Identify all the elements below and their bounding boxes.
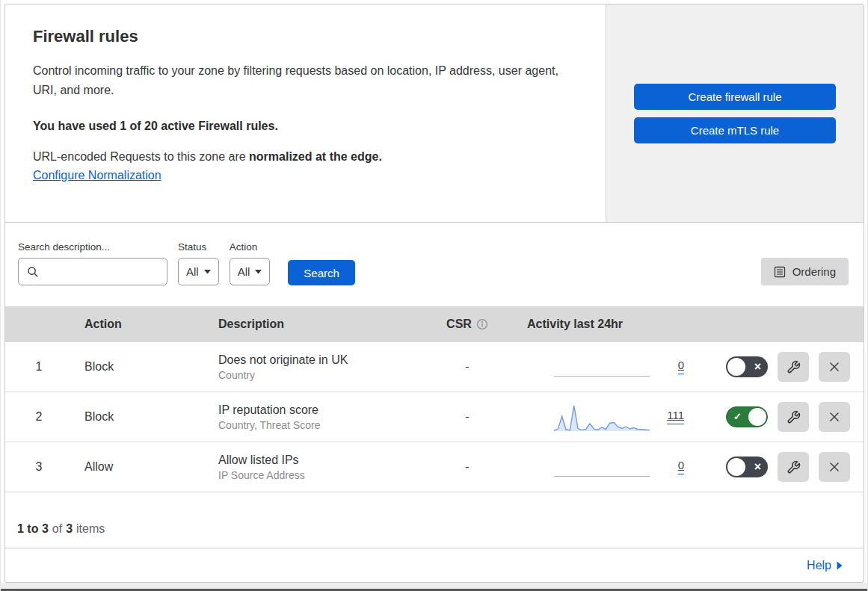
ordering-button-label: Ordering [792, 265, 836, 278]
rule-controls: × [707, 452, 864, 482]
search-group: Search description... [18, 241, 167, 285]
cta-panel: Create firewall rule Create mTLS rule [606, 4, 864, 222]
intro-block: Firewall rules Control incoming traffic … [5, 4, 606, 222]
page-description: Control incoming traffic to your zone by… [33, 61, 564, 100]
chevron-down-icon [204, 270, 211, 274]
edit-rule-button[interactable] [778, 352, 809, 382]
rule-criteria: Country, Threat Score [218, 419, 422, 431]
edit-rule-button[interactable] [778, 452, 809, 482]
rule-criteria: IP Source Address [218, 469, 422, 481]
toggle-knob [727, 358, 745, 376]
column-header-description: Description [203, 318, 422, 331]
wrench-icon [787, 460, 801, 474]
create-mtls-rule-button[interactable]: Create mTLS rule [634, 117, 836, 143]
search-label: Search description... [18, 241, 167, 253]
activity-count-link[interactable]: 0 [678, 359, 684, 375]
info-icon[interactable] [476, 318, 488, 330]
ordering-button[interactable]: Ordering [761, 258, 849, 285]
rule-description: Does not originate in UK [218, 353, 422, 367]
action-filter-group: Action All [230, 241, 271, 285]
delete-rule-button[interactable] [819, 402, 850, 432]
status-label: Status [178, 241, 219, 253]
items-label: items [76, 522, 105, 536]
wrench-icon [787, 360, 801, 374]
rule-csr-value: - [422, 360, 512, 374]
rule-action: Block [73, 410, 203, 424]
edit-rule-button[interactable] [778, 402, 809, 432]
toggle-knob [748, 408, 766, 426]
action-label: Action [230, 241, 271, 253]
rule-description: IP reputation score [218, 403, 422, 417]
search-button[interactable]: Search [288, 260, 355, 285]
search-icon [27, 266, 39, 278]
close-icon [827, 409, 842, 424]
activity-sparkline-chart [554, 401, 650, 433]
rule-criteria: Country [218, 369, 422, 381]
delete-rule-button[interactable] [819, 352, 850, 382]
window-bottom-edge [1, 583, 867, 591]
create-firewall-rule-button[interactable]: Create firewall rule [634, 84, 836, 110]
rule-description: Allow listed IPs [218, 454, 422, 467]
delete-rule-button[interactable] [819, 452, 850, 482]
rule-description-cell: Allow listed IPs IP Source Address [203, 454, 422, 481]
items-total: 3 [66, 522, 73, 536]
close-icon [827, 359, 842, 374]
csr-header-label: CSR [446, 318, 472, 331]
rule-priority: 1 [5, 360, 73, 374]
toggle-state-icon: × [754, 461, 761, 473]
column-header-csr: CSR [422, 318, 512, 331]
column-header-action: Action [73, 318, 203, 331]
normalization-bold: normalized at the edge. [249, 150, 382, 163]
help-bar: Help [5, 548, 864, 582]
rule-activity-cell: 0 [512, 351, 707, 383]
table-header: Action Description CSR Activity last 24h… [5, 306, 864, 342]
rule-enabled-toggle[interactable]: ✓ [726, 406, 768, 427]
rule-controls: ✓ [707, 402, 864, 432]
rule-description-cell: Does not originate in UK Country [203, 353, 422, 381]
activity-count-link[interactable]: 111 [667, 409, 684, 425]
items-of: of [52, 522, 62, 536]
rule-controls: × [707, 352, 864, 382]
filter-bar: Search description... Status All Action … [5, 223, 864, 306]
search-input-wrapper [18, 258, 167, 285]
table-row: 3 Allow Allow listed IPs IP Source Addre… [5, 442, 864, 492]
pagination-footer: 1 to 3 of 3 items [5, 492, 864, 548]
status-filter-group: Status All [178, 241, 219, 285]
toggle-knob [727, 458, 745, 476]
status-select-value: All [186, 265, 199, 278]
table-row: 2 Block IP reputation score Country, Thr… [5, 392, 864, 442]
help-link-label: Help [807, 559, 831, 572]
firewall-rules-panel: Firewall rules Control incoming traffic … [4, 4, 864, 583]
search-input[interactable] [45, 266, 161, 278]
table-row: 1 Block Does not originate in UK Country… [5, 342, 864, 392]
rule-activity-cell: 111 [512, 401, 707, 433]
activity-count-link[interactable]: 0 [678, 460, 684, 475]
rule-priority: 3 [5, 460, 73, 474]
normalization-text: URL-encoded Requests to this zone are [33, 150, 249, 163]
page-title: Firewall rules [33, 27, 583, 46]
ordering-list-icon [774, 266, 786, 278]
usage-note: You have used 1 of 20 active Firewall ru… [33, 120, 583, 133]
wrench-icon [787, 410, 801, 424]
help-link[interactable]: Help [807, 559, 843, 572]
toggle-state-icon: ✓ [733, 412, 742, 421]
column-header-activity: Activity last 24hr [512, 318, 707, 331]
rule-enabled-toggle[interactable]: × [726, 457, 768, 477]
rule-action: Allow [73, 460, 203, 474]
status-select[interactable]: All [178, 258, 219, 285]
configure-normalization-link[interactable]: Configure Normalization [33, 169, 161, 182]
rule-action: Block [73, 360, 203, 374]
activity-sparkline-empty [554, 451, 650, 483]
header-section: Firewall rules Control incoming traffic … [5, 4, 864, 223]
rule-enabled-toggle[interactable]: × [726, 356, 768, 377]
rule-activity-cell: 0 [512, 451, 707, 483]
action-select-value: All [238, 265, 250, 278]
rule-description-cell: IP reputation score Country, Threat Scor… [203, 403, 422, 431]
rule-priority: 2 [5, 410, 73, 424]
normalization-note: URL-encoded Requests to this zone are no… [33, 150, 583, 164]
activity-sparkline-empty [554, 351, 650, 383]
close-icon [827, 460, 842, 474]
action-select[interactable]: All [230, 258, 271, 285]
rule-csr-value: - [422, 460, 512, 474]
arrow-right-icon [837, 561, 843, 570]
